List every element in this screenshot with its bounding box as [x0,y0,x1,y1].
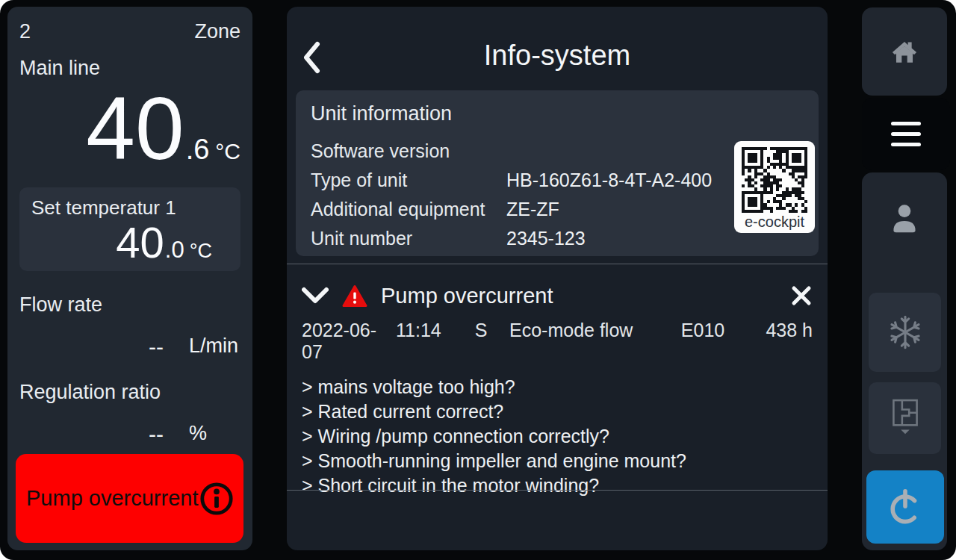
alarm-class: S [462,320,500,341]
alarm-title: Pump overcurrent [381,284,790,308]
info-header: Info-system [287,7,828,90]
info-circle-icon [199,481,235,517]
snowflake-icon [886,313,925,352]
zone-label: Zone [194,20,240,43]
alarm-hint: > Short circuit in the motor winding? [302,473,813,498]
alarm-header-row: Pump overcurrent [287,281,828,311]
actual-temp-unit: °C [215,139,240,164]
unit-row-label: Software version [311,140,506,162]
set-temp-unit: °C [190,240,212,262]
divider [287,264,828,264]
user-icon [885,199,924,238]
warning-triangle-icon [342,284,367,308]
alarm-hint-list: > mains voltage too high? > Rated curren… [287,375,828,498]
qr-caption: e-cockpit [739,214,810,231]
set-temp-decimal: .0 [165,237,184,263]
main-line-label: Main line [19,57,240,80]
actual-temperature: 40.6°C [19,87,240,169]
mold-zone-button[interactable] [869,382,941,454]
alarm-hint: > mains voltage too high? [302,375,813,399]
alarm-meta-row: 2022-06-07 11:14 S Eco-mode flow E010 43… [287,320,828,363]
home-icon [887,34,922,69]
regulation-ratio-value: -- [19,422,164,447]
close-icon[interactable] [790,284,813,307]
alarm-hint: > Wiring /pump connection correctly? [302,424,813,449]
flow-rate-value: -- [19,335,164,360]
pump-overcurrent-alarm-button[interactable]: Pump overcurrent [16,454,243,543]
power-button[interactable] [866,470,944,544]
cooling-button[interactable] [869,293,941,372]
alarm-hint: > Smooth-running impeller and engine mou… [302,449,813,473]
unit-row-label: Unit number [311,228,506,249]
power-icon [884,486,926,528]
alarm-source: Eco-mode flow [500,320,659,341]
alarm-code: E010 [659,320,747,341]
qr-code [742,147,807,213]
regulation-ratio-label: Regulation ratio [19,381,240,404]
set-temp-label: Set temperatur 1 [31,196,229,220]
zone-header: 2 Zone [19,20,240,43]
set-temperature-value: 40.0°C [31,221,229,264]
alarm-button-label: Pump overcurrent [26,486,199,511]
unit-information-block: Unit information Software version Type o… [296,90,819,256]
flow-rate-label: Flow rate [19,293,240,317]
alarm-operating-hours: 438 h [747,320,813,341]
unit-row-label: Type of unit [311,169,506,191]
page-title: Info-system [287,7,828,72]
unit-row-label: Additional equipment [311,199,506,220]
alarm-date: 2022-06-07 [302,320,396,363]
mold-zone-icon [886,396,925,440]
set-temperature-card[interactable]: Set temperatur 1 40.0°C [19,187,240,271]
user-button[interactable] [862,195,947,243]
actual-temp-decimal: .6 [186,134,210,165]
actual-temp-integer: 40 [86,79,184,178]
alarm-time: 11:14 [396,320,462,341]
device-screen: 2 Zone Main line 40.6°C Set temperatur 1… [0,0,956,560]
chevron-down-icon[interactable] [302,287,329,305]
info-system-panel: Info-system Unit information Software ve… [287,7,828,550]
regulation-ratio-row: -- % [19,422,240,447]
flow-rate-unit: L/min [189,335,238,360]
home-button[interactable] [862,7,947,96]
flow-rate-row: -- L/min [19,335,240,360]
unit-information-rows: Software version Type of unit HB-160Z61-… [311,140,804,249]
zone-number: 2 [19,20,31,43]
regulation-ratio-unit: % [189,422,207,447]
sidebar-panel [862,172,947,550]
set-temp-integer: 40 [116,218,164,267]
zone-card[interactable]: 2 Zone Main line 40.6°C Set temperatur 1… [7,7,252,550]
divider [287,490,828,491]
back-chevron-icon[interactable] [302,41,321,74]
menu-button-active[interactable] [862,98,950,170]
unit-information-title: Unit information [311,102,804,125]
alarm-hint: > Rated current correct? [302,399,813,424]
e-cockpit-qr-card: e-cockpit [734,141,815,233]
